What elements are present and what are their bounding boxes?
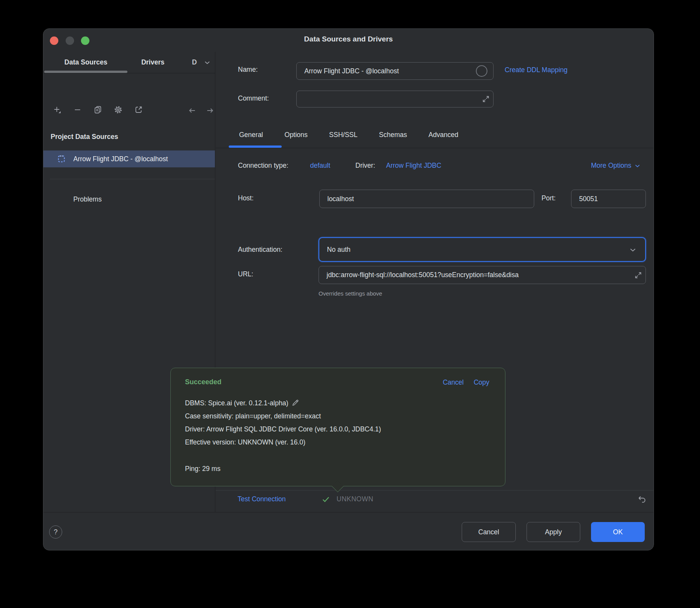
popup-details: DBMS: Spice.ai (ver. 0.12.1-alpha) Case … xyxy=(185,397,494,449)
settings-tab-bar: General Options SSH/SSL Schemas Advanced xyxy=(228,124,469,145)
active-tab-indicator xyxy=(229,145,282,148)
popup-cancel-link[interactable]: Cancel xyxy=(443,378,464,387)
host-input[interactable]: localhost xyxy=(319,190,534,208)
copy-icon[interactable] xyxy=(93,105,102,114)
dialog-footer: ? Cancel Apply OK xyxy=(43,512,654,550)
tab-ssh-ssl[interactable]: SSH/SSL xyxy=(319,124,368,145)
name-input[interactable]: Arrow Flight JDBC - @localhost xyxy=(296,62,494,80)
driver-line: Driver: Arrow Flight SQL JDBC Driver Cor… xyxy=(185,423,494,436)
active-tab-underline xyxy=(44,71,127,73)
tab-drivers[interactable]: Drivers xyxy=(128,52,177,73)
port-input[interactable]: 50051 xyxy=(571,190,646,208)
tab-ddl-label: D xyxy=(192,58,197,66)
check-icon xyxy=(321,495,330,504)
data-sources-dialog: Data Sources and Drivers Data Sources Dr… xyxy=(43,28,654,550)
titlebar: Data Sources and Drivers xyxy=(43,29,654,52)
progress-circle-icon xyxy=(476,65,487,77)
apply-button[interactable]: Apply xyxy=(527,522,580,542)
sidebar-tab-bar: Data Sources Drivers D xyxy=(43,52,215,73)
back-arrow-icon[interactable] xyxy=(188,106,197,115)
window-title: Data Sources and Drivers xyxy=(43,35,654,43)
expand-icon[interactable] xyxy=(482,95,490,103)
tab-data-sources-label: Data Sources xyxy=(64,58,107,66)
tab-data-sources[interactable]: Data Sources xyxy=(43,52,128,73)
forward-arrow-icon[interactable] xyxy=(205,106,215,115)
sidebar-separator xyxy=(50,179,215,179)
create-ddl-mapping-link[interactable]: Create DDL Mapping xyxy=(505,66,568,74)
test-connection-result-popup: Succeeded Cancel Copy DBMS: Spice.ai (ve… xyxy=(170,368,505,486)
chevron-down-icon xyxy=(634,162,641,170)
popup-copy-link[interactable]: Copy xyxy=(474,378,489,387)
status-row-separator xyxy=(216,490,654,491)
host-label: Host: xyxy=(238,194,254,202)
popup-actions: Cancel Copy xyxy=(443,378,489,387)
comment-input[interactable] xyxy=(296,91,494,107)
pencil-icon[interactable] xyxy=(291,398,300,407)
port-label: Port: xyxy=(542,194,556,202)
authentication-value: No auth xyxy=(319,238,645,261)
undo-icon[interactable] xyxy=(637,494,647,504)
data-source-icon xyxy=(57,155,66,163)
tab-ddl-truncated[interactable]: D xyxy=(177,52,215,73)
more-options-link[interactable]: More Options xyxy=(591,162,641,170)
sidebar-item-problems[interactable]: Problems xyxy=(73,195,102,203)
tab-general[interactable]: General xyxy=(228,124,274,145)
driver-link[interactable]: Arrow Flight JDBC xyxy=(386,162,441,170)
sidebar-item-arrow-flight-jdbc[interactable]: Arrow Flight JDBC - @localhost xyxy=(43,150,215,167)
ping-line: Ping: 29 ms xyxy=(185,462,220,475)
remove-icon[interactable] xyxy=(73,105,82,114)
connection-type-label: Connection type: xyxy=(238,162,288,170)
tab-schemas[interactable]: Schemas xyxy=(368,124,418,145)
tab-options[interactable]: Options xyxy=(274,124,318,145)
comment-label: Comment: xyxy=(238,94,269,102)
help-label: ? xyxy=(54,528,58,536)
authentication-label: Authentication: xyxy=(238,246,282,254)
port-value: 50051 xyxy=(571,190,646,208)
sidebar-section-header: Project Data Sources xyxy=(51,133,118,141)
tab-advanced[interactable]: Advanced xyxy=(418,124,469,145)
name-label: Name: xyxy=(238,66,258,74)
cancel-button[interactable]: Cancel xyxy=(462,522,516,542)
more-options-label: More Options xyxy=(591,162,631,170)
connection-result-text: UNKNOWN xyxy=(337,495,373,503)
data-source-label: Arrow Flight JDBC - @localhost xyxy=(73,150,168,167)
ok-button[interactable]: OK xyxy=(591,522,645,542)
test-connection-link[interactable]: Test Connection xyxy=(238,495,286,503)
name-value: Arrow Flight JDBC - @localhost xyxy=(297,63,493,79)
effective-version-line: Effective version: UNKNOWN (ver. 16.0) xyxy=(185,436,494,449)
open-in-new-icon[interactable] xyxy=(134,105,143,114)
tab-drivers-label: Drivers xyxy=(141,58,164,66)
authentication-select[interactable]: No auth xyxy=(319,237,646,262)
sidebar-toolbar xyxy=(53,105,143,114)
case-sensitivity-line: Case sensitivity: plain=upper, delimited… xyxy=(185,410,494,423)
help-button[interactable]: ? xyxy=(49,525,62,539)
url-label: URL: xyxy=(238,270,253,278)
gear-icon[interactable] xyxy=(114,105,123,114)
url-value: jdbc:arrow-flight-sql://localhost:50051?… xyxy=(319,266,646,284)
driver-label: Driver: xyxy=(355,162,375,170)
connection-type-link[interactable]: default xyxy=(310,162,330,170)
tabs-separator xyxy=(216,148,654,148)
connection-status: Succeeded xyxy=(185,378,221,386)
url-input[interactable]: jdbc:arrow-flight-sql://localhost:50051?… xyxy=(319,266,646,284)
host-value: localhost xyxy=(320,190,534,208)
chevron-down-icon xyxy=(628,245,637,254)
url-override-note: Overrides settings above xyxy=(319,290,382,297)
dbms-line: DBMS: Spice.ai (ver. 0.12.1-alpha) xyxy=(185,397,494,410)
add-icon[interactable] xyxy=(53,105,62,114)
chevron-down-icon[interactable] xyxy=(203,58,211,67)
expand-icon[interactable] xyxy=(634,271,642,279)
